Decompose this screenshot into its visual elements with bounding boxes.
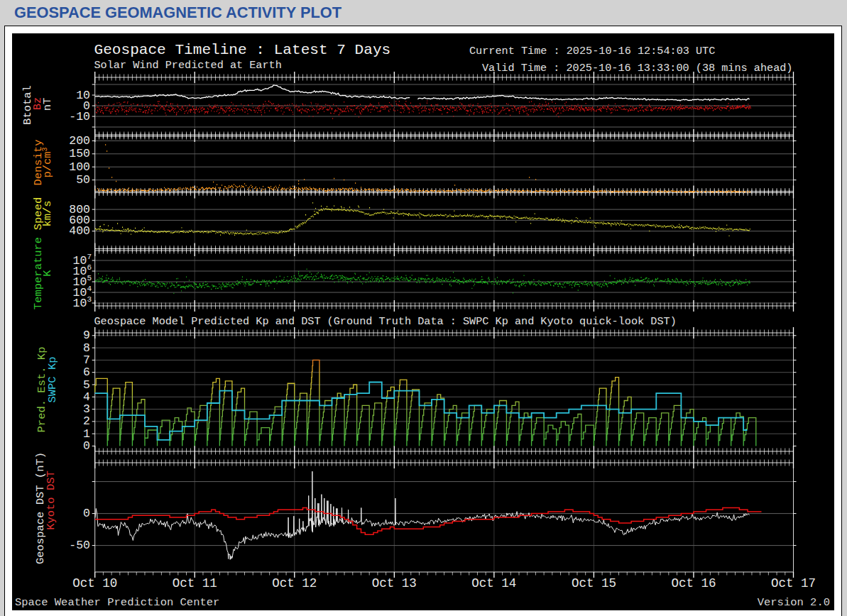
svg-text:p/cm3: p/cm3 [41, 147, 55, 177]
svg-text:Current Time : 2025-10-16 12:5: Current Time : 2025-10-16 12:54:03 UTC [469, 45, 715, 57]
svg-text:6: 6 [83, 365, 90, 379]
svg-text:Oct 17: Oct 17 [771, 576, 816, 590]
svg-text:K: K [41, 270, 54, 277]
svg-text:Geospace Timeline : Latest 7 D: Geospace Timeline : Latest 7 Days [94, 41, 391, 58]
svg-text:50: 50 [76, 173, 90, 187]
svg-text:0: 0 [83, 439, 90, 453]
svg-text:400: 400 [69, 224, 90, 238]
svg-text:Oct 13: Oct 13 [372, 576, 417, 590]
svg-text:Valid Time : 2025-10-16 13:33:: Valid Time : 2025-10-16 13:33:00 (38 min… [482, 62, 792, 75]
svg-text:9: 9 [83, 329, 90, 342]
svg-text:103: 103 [73, 295, 92, 310]
svg-text:2: 2 [83, 414, 90, 428]
svg-text:3: 3 [83, 402, 90, 416]
svg-text:-10: -10 [69, 110, 90, 123]
svg-text:8: 8 [83, 341, 90, 355]
svg-text:150: 150 [69, 147, 90, 160]
svg-text:Version 2.0: Version 2.0 [758, 596, 830, 609]
svg-text:Oct 15: Oct 15 [572, 576, 616, 590]
svg-text:Kyoto DST: Kyoto DST [45, 471, 58, 530]
svg-text:-50: -50 [69, 539, 90, 552]
svg-text:Oct 16: Oct 16 [671, 576, 716, 590]
svg-text:1: 1 [83, 427, 90, 441]
svg-text:Oct 11: Oct 11 [173, 576, 217, 590]
svg-text:4: 4 [83, 390, 90, 404]
svg-text:Geospace Model Predicted Kp an: Geospace Model Predicted Kp and DST (Gro… [94, 315, 677, 328]
svg-text:0: 0 [83, 507, 90, 520]
svg-text:100: 100 [69, 160, 90, 174]
svg-text:SWPC Kp: SWPC Kp [46, 356, 59, 402]
svg-text:Solar Wind Predicted at Earth: Solar Wind Predicted at Earth [94, 59, 282, 72]
svg-text:7: 7 [83, 353, 90, 367]
svg-text:200: 200 [69, 134, 90, 148]
svg-text:Oct 12: Oct 12 [272, 576, 317, 590]
svg-text:Space Weather Prediction Cente: Space Weather Prediction Center [15, 596, 219, 609]
svg-text:5: 5 [83, 378, 90, 392]
svg-text:nT: nT [41, 98, 54, 111]
svg-text:Oct 14: Oct 14 [471, 576, 516, 590]
svg-text:km/s: km/s [41, 200, 54, 226]
svg-text:Oct 10: Oct 10 [72, 576, 117, 590]
